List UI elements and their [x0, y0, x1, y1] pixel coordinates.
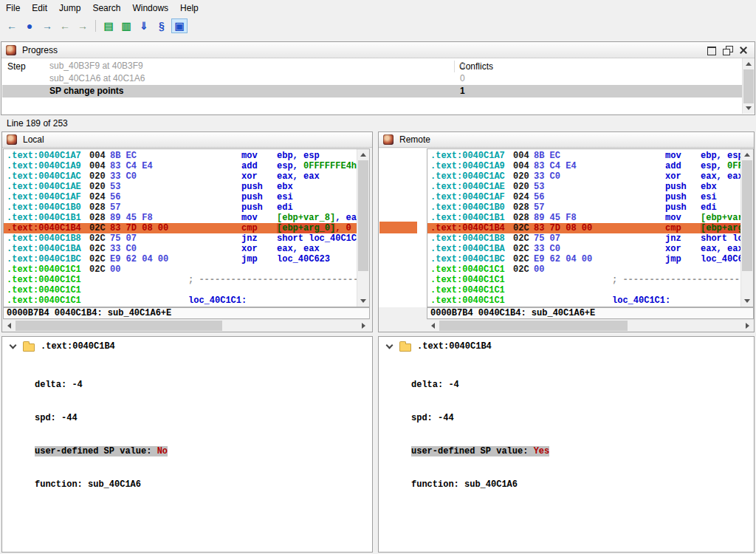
address: .text:0040C1AF: [7, 192, 81, 202]
scroll-thumb[interactable]: [742, 160, 752, 271]
scroll-thumb[interactable]: [439, 321, 628, 331]
disasm-line[interactable]: .text:0040C1AE02053pushebx: [427, 182, 740, 192]
disasm-line[interactable]: .text:0040C1C1loc_40C1C1:: [427, 295, 740, 306]
stack-pointer-delta: 020: [513, 171, 529, 182]
merge-page-icon-glyph: ▤: [103, 20, 113, 32]
page-download-icon[interactable]: ⇓: [136, 18, 152, 33]
scroll-up-button[interactable]: [357, 149, 369, 160]
scroll-left-button[interactable]: [427, 320, 439, 332]
disasm-line[interactable]: .text:0040C1BA02C33 C0xoreax, eax: [4, 244, 357, 254]
disasm-line[interactable]: .text:0040C1B802C75 07jnzshort loc_40C1C…: [427, 233, 740, 244]
address: .text:0040C1C1: [430, 275, 505, 285]
disasm-line[interactable]: .text:0040C1C102C00: [427, 264, 740, 275]
close-button[interactable]: [735, 44, 752, 56]
progress-row[interactable]: SP change points1: [2, 85, 743, 98]
nav-forward-icon[interactable]: →: [39, 18, 55, 33]
link-icon[interactable]: §: [154, 18, 170, 33]
scroll-right-button[interactable]: [357, 320, 370, 332]
nav-dot-icon[interactable]: ●: [21, 18, 38, 33]
disasm-line[interactable]: .text:0040C1B002857pushedi: [427, 202, 740, 213]
scroll-up-button[interactable]: [741, 149, 753, 160]
conflicts-cell: 0: [460, 60, 465, 72]
diff-change-marker[interactable]: [379, 222, 417, 233]
disasm-line[interactable]: .text:0040C1A70048B ECmovebp, esp: [427, 151, 740, 161]
nav-back-icon[interactable]: ←: [4, 18, 20, 33]
maximize-button[interactable]: [703, 44, 719, 56]
scroll-left-button[interactable]: [3, 320, 16, 332]
progress-row[interactable]: sub_40C1A6 at 40C1A60: [2, 72, 743, 85]
scroll-thumb[interactable]: [743, 69, 754, 103]
disasm-line[interactable]: .text:0040C1C102C00: [4, 264, 357, 275]
menu-windows[interactable]: Windows: [126, 1, 174, 16]
stack-pointer-delta: 004: [89, 161, 106, 171]
address: .text:0040C1BC: [430, 254, 505, 264]
disasm-line[interactable]: .text:0040C1B402C83 7D 08 00cmp[ebp+arg_…: [4, 223, 357, 233]
local-horizontal-scrollbar[interactable]: [3, 319, 370, 332]
disasm-line[interactable]: .text:0040C1BA02C33 C0xoreax, eax: [427, 244, 740, 254]
disasm-line[interactable]: .text:0040C1B402C83 7D 08 00cmp[ebp+arg_…: [427, 223, 740, 233]
operand-segment: 0FFFFFFE4h: [303, 161, 357, 171]
disasm-line[interactable]: .text:0040C1A70048B ECmovebp, esp: [4, 151, 357, 161]
disasm-line[interactable]: .text:0040C1B102889 45 F8mov[ebp+var_8],…: [4, 213, 357, 223]
merge-page-icon[interactable]: ▤: [100, 18, 117, 33]
stacked-pages-icon[interactable]: ▥: [118, 18, 134, 33]
menu-help[interactable]: Help: [174, 1, 205, 16]
disasm-line[interactable]: .text:0040C1C1; ------------------------…: [427, 275, 740, 285]
node-label[interactable]: .text:0040C1B4: [41, 341, 115, 352]
monitor-icon[interactable]: ▣: [171, 18, 188, 33]
scroll-thumb[interactable]: [358, 160, 368, 271]
local-pane-titlebar[interactable]: Local: [2, 132, 372, 148]
local-disassembly[interactable]: .text:0040C1A70048B ECmovebp, esp.text:0…: [3, 148, 370, 307]
scroll-up-button[interactable]: [743, 58, 755, 69]
address: .text:0040C1B1: [430, 213, 505, 223]
disasm-line[interactable]: .text:0040C1A900483 C4 E4addesp, 0FFFFFF…: [4, 161, 357, 171]
operand-segment: [ebp+arg_0]: [277, 223, 335, 233]
progress-scrollbar[interactable]: [742, 58, 755, 114]
address: .text:0040C1C1: [430, 264, 505, 275]
disasm-line[interactable]: .text:0040C1AE02053pushebx: [4, 182, 357, 192]
expander-icon[interactable]: [386, 342, 394, 349]
progress-row[interactable]: sub_40B3F9 at 40B3F90: [2, 60, 743, 72]
menu-search[interactable]: Search: [86, 1, 126, 16]
disasm-line[interactable]: .text:0040C1C1: [4, 285, 357, 295]
remote-horizontal-scrollbar[interactable]: [427, 319, 754, 332]
menu-jump[interactable]: Jump: [53, 1, 86, 16]
delta-line: delta: -4: [35, 380, 168, 391]
operands: edi: [701, 202, 717, 213]
disasm-line[interactable]: .text:0040C1AF02456pushesi: [4, 192, 357, 202]
history-forward-icon-glyph: →: [78, 20, 88, 32]
right-arrow-icon: [362, 323, 365, 329]
scroll-down-button[interactable]: [743, 103, 755, 114]
disasm-line[interactable]: .text:0040C1AF02456pushesi: [427, 192, 740, 202]
disasm-line[interactable]: .text:0040C1AC02033 C0xoreax, eax: [4, 171, 357, 182]
operand-segment: eax, eax: [701, 244, 740, 254]
history-forward-icon[interactable]: →: [75, 18, 91, 33]
scroll-down-button[interactable]: [741, 295, 753, 307]
disasm-line[interactable]: .text:0040C1A900483 C4 E4addesp, 0FFFFFF…: [427, 161, 740, 171]
disasm-line[interactable]: .text:0040C1B802C75 07jnzshort loc_40C1C…: [4, 233, 357, 244]
scroll-right-button[interactable]: [741, 320, 754, 332]
disasm-line[interactable]: .text:0040C1C1loc_40C1C1:: [4, 295, 357, 306]
local-vertical-scrollbar[interactable]: [357, 149, 369, 307]
remote-vertical-scrollbar[interactable]: [740, 149, 753, 307]
disasm-line[interactable]: .text:0040C1BC02CE9 62 04 00jmploc_40C62…: [4, 254, 357, 264]
disasm-line[interactable]: .text:0040C1C1; ------------------------…: [4, 275, 357, 285]
disasm-line[interactable]: .text:0040C1BC02CE9 62 04 00jmploc_40C62…: [427, 254, 740, 264]
scroll-down-button[interactable]: [357, 295, 369, 307]
history-back-icon[interactable]: ←: [57, 18, 73, 33]
restore-button[interactable]: [719, 44, 735, 56]
operands: edi: [277, 202, 293, 213]
disasm-line[interactable]: .text:0040C1B102889 45 F8mov[ebp+var_8],…: [427, 213, 740, 223]
menu-edit[interactable]: Edit: [26, 1, 53, 16]
remote-disassembly[interactable]: .text:0040C1A70048B ECmovebp, esp.text:0…: [427, 148, 754, 307]
disasm-line[interactable]: .text:0040C1B002857pushedi: [4, 202, 357, 213]
progress-titlebar[interactable]: Progress: [1, 42, 755, 58]
disasm-line[interactable]: .text:0040C1C1: [427, 285, 740, 295]
remote-pane-titlebar[interactable]: Remote: [379, 132, 754, 148]
expander-icon[interactable]: [10, 342, 17, 349]
disasm-line[interactable]: .text:0040C1AC02033 C0xoreax, eax: [427, 171, 740, 182]
scroll-thumb[interactable]: [16, 321, 222, 331]
menu-file[interactable]: File: [0, 1, 26, 16]
address: .text:0040C1B4: [7, 223, 81, 233]
node-label[interactable]: .text:0040C1B4: [417, 341, 492, 352]
